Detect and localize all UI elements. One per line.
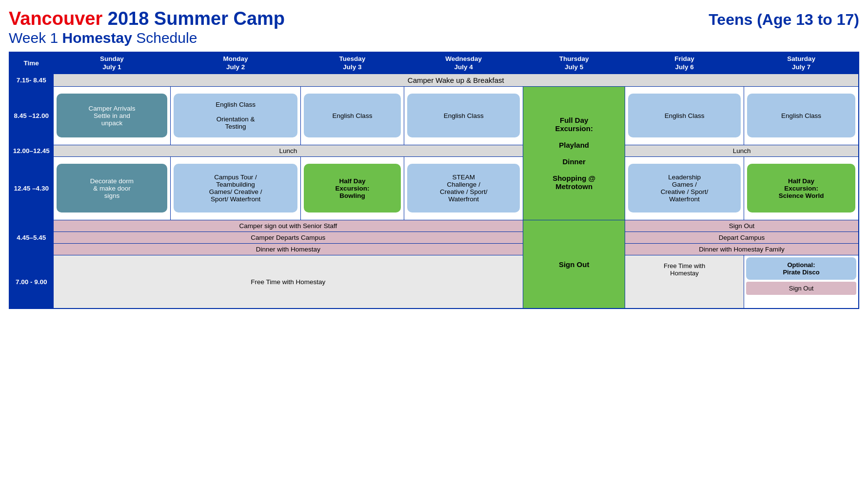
col-sunday: SundayJuly 1 bbox=[53, 52, 171, 74]
afternoon-sunday-cell: Decorate dorm& make doorsigns bbox=[57, 164, 168, 212]
breakfast-span: Camper Wake up & Breakfast bbox=[53, 74, 859, 86]
time-morning: 8.45 –12.00 bbox=[9, 86, 53, 145]
lunch-row: 12.00–12.45 Lunch Lunch bbox=[9, 145, 859, 156]
col-tuesday: TuesdayJuly 3 bbox=[300, 52, 404, 74]
title-year-camp: 2018 Summer Camp bbox=[102, 8, 285, 29]
time-evening: 7.00 - 9.00 bbox=[9, 255, 53, 309]
subtitle-schedule: Schedule bbox=[132, 30, 197, 46]
breakfast-row: 7.15- 8.45 Camper Wake up & Breakfast bbox=[9, 74, 859, 86]
morning-monday: English ClassOrientation &Testing bbox=[171, 86, 300, 145]
depart-campus-right: Depart Campus bbox=[625, 232, 859, 243]
afternoon-tuesday: Half DayExcursion:Bowling bbox=[300, 156, 404, 220]
col-monday: MondayJuly 2 bbox=[171, 52, 300, 74]
dinner-homestay-right: Dinner with Homestay Family bbox=[625, 243, 859, 255]
signout-row1: 4.45–5.45 Camper sign out with Senior St… bbox=[9, 220, 859, 232]
time-lunch: 12.00–12.45 bbox=[9, 145, 53, 156]
afternoon-friday: LeadershipGames /Creative / Sport/Waterf… bbox=[625, 156, 744, 220]
afternoon-saturday-cell: Half DayExcursion:Science World bbox=[747, 164, 855, 212]
age-badge: Teens (Age 13 to 17) bbox=[709, 9, 859, 29]
afternoon-friday-cell: LeadershipGames /Creative / Sport/Waterf… bbox=[628, 164, 741, 212]
depart-campus-span: Camper Departs Campus bbox=[53, 232, 523, 243]
time-breakfast: 7.15- 8.45 bbox=[9, 74, 53, 86]
subtitle-homestay: Homestay bbox=[62, 30, 132, 46]
morning-saturday: English Class bbox=[744, 86, 859, 145]
thursday-full-day: Full DayExcursion: Playland Dinner Shopp… bbox=[523, 86, 625, 220]
dinner-homestay-span: Dinner with Homestay bbox=[53, 243, 523, 255]
evening-row: 7.00 - 9.00 Free Time with Homestay Free… bbox=[9, 255, 859, 309]
morning-friday-cell: English Class bbox=[628, 94, 741, 137]
afternoon-sunday: Decorate dorm& make doorsigns bbox=[53, 156, 171, 220]
col-friday: FridayJuly 6 bbox=[625, 52, 744, 74]
col-saturday: SaturdayJuly 7 bbox=[744, 52, 859, 74]
signout-right1: Sign Out bbox=[625, 220, 859, 232]
time-signout: 4.45–5.45 bbox=[9, 220, 53, 255]
col-thursday: ThursdayJuly 5 bbox=[523, 52, 625, 74]
title-vancouver: Vancouver bbox=[9, 8, 102, 29]
saturday-evening: Optional:Pirate Disco Sign Out bbox=[744, 255, 859, 309]
afternoon-wednesday: STEAMChallenge /Creative / Sport/Waterfr… bbox=[404, 156, 523, 220]
afternoon-monday-cell: Campus Tour /TeambuildingGames/ Creative… bbox=[174, 164, 297, 212]
schedule-table: Time SundayJuly 1 MondayJuly 2 TuesdayJu… bbox=[9, 52, 859, 309]
morning-row: 8.45 –12.00 Camper ArrivalsSettle in and… bbox=[9, 86, 859, 145]
time-afternoon: 12.45 –4.30 bbox=[9, 156, 53, 220]
afternoon-monday: Campus Tour /TeambuildingGames/ Creative… bbox=[171, 156, 300, 220]
morning-friday: English Class bbox=[625, 86, 744, 145]
signout-row2: Camper Departs Campus Depart Campus bbox=[9, 232, 859, 243]
afternoon-tuesday-cell: Half DayExcursion:Bowling bbox=[304, 164, 401, 212]
page-header: Vancouver 2018 Summer Camp Week 1 Homest… bbox=[9, 9, 859, 47]
afternoon-row: 12.45 –4.30 Decorate dorm& make doorsign… bbox=[9, 156, 859, 220]
morning-monday-cell: English ClassOrientation &Testing bbox=[174, 94, 297, 137]
col-time: Time bbox=[9, 52, 53, 74]
morning-saturday-cell: English Class bbox=[747, 94, 855, 137]
main-title: Vancouver 2018 Summer Camp bbox=[9, 9, 285, 29]
morning-sunday: Camper ArrivalsSettle in andunpack bbox=[53, 86, 171, 145]
thursday-signout-area: Sign Out bbox=[523, 220, 625, 309]
afternoon-wednesday-cell: STEAMChallenge /Creative / Sport/Waterfr… bbox=[407, 164, 520, 212]
header-row: Time SundayJuly 1 MondayJuly 2 TuesdayJu… bbox=[9, 52, 859, 74]
subtitle-week: Week 1 bbox=[9, 30, 62, 46]
lunch-span-right: Lunch bbox=[625, 145, 859, 156]
title-block: Vancouver 2018 Summer Camp Week 1 Homest… bbox=[9, 9, 285, 47]
subtitle: Week 1 Homestay Schedule bbox=[9, 29, 285, 47]
col-wednesday: WednesdayJuly 4 bbox=[404, 52, 523, 74]
lunch-span-left: Lunch bbox=[53, 145, 523, 156]
morning-wednesday: English Class bbox=[404, 86, 523, 145]
afternoon-saturday: Half DayExcursion:Science World bbox=[744, 156, 859, 220]
signout-row3: Dinner with Homestay Dinner with Homesta… bbox=[9, 243, 859, 255]
morning-tuesday: English Class bbox=[300, 86, 404, 145]
morning-tuesday-cell: English Class bbox=[304, 94, 401, 137]
free-time-span: Free Time with Homestay bbox=[53, 255, 523, 309]
morning-wednesday-cell: English Class bbox=[407, 94, 520, 137]
morning-sunday-cell: Camper ArrivalsSettle in andunpack bbox=[57, 94, 168, 137]
signout-camper-span: Camper sign out with Senior Staff bbox=[53, 220, 523, 232]
friday-free-time: Free Time withHomestay bbox=[625, 255, 744, 309]
